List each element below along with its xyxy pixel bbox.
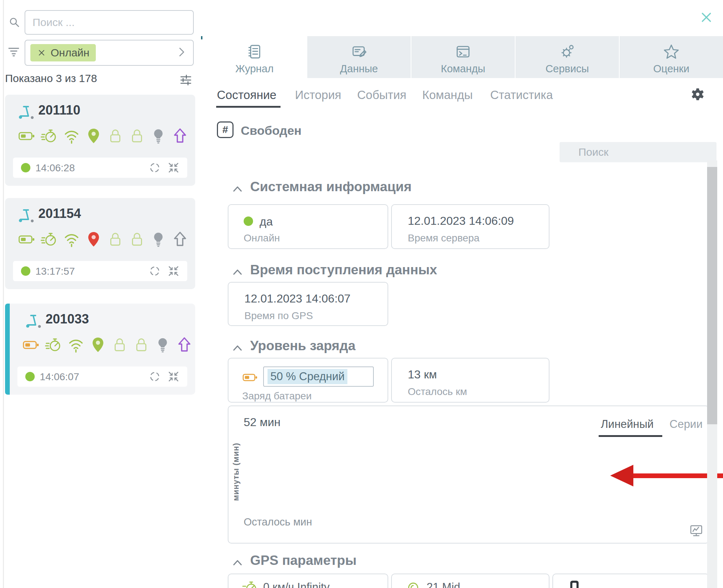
annotation-arrow bbox=[596, 460, 723, 492]
lamp-icon bbox=[150, 231, 166, 247]
tab-label: Оценки bbox=[620, 63, 723, 75]
battery-icon bbox=[22, 336, 40, 353]
chart-mode-linear[interactable]: Линейный bbox=[601, 418, 654, 431]
param-card-battery: 50 % Средний Заряд батареи bbox=[228, 358, 388, 403]
battery-value: 50 % Средний bbox=[268, 369, 347, 384]
online-dot bbox=[21, 163, 30, 172]
terminal-icon bbox=[455, 43, 471, 60]
search-input[interactable] bbox=[25, 11, 193, 34]
param-card-km-left: 13 км Осталось км bbox=[391, 358, 549, 403]
shown-counter: Показано 3 из 178 bbox=[5, 72, 97, 85]
param-card-server-time: 12.01.2023 14:06:09 Время сервера bbox=[391, 204, 549, 249]
chart-current-value: 52 мин bbox=[244, 416, 281, 429]
unit-card-201110[interactable]: 201110 14:06:28 bbox=[5, 95, 195, 186]
chart-x-label: Осталось мин bbox=[244, 516, 312, 528]
tab-data[interactable]: Данные bbox=[307, 36, 411, 78]
filter-bar[interactable]: Онлайн bbox=[25, 40, 194, 66]
collapse-icon[interactable] bbox=[167, 161, 180, 174]
collapse-section-icon[interactable] bbox=[232, 559, 243, 567]
filter-chip-online[interactable]: Онлайн bbox=[30, 44, 96, 61]
battery-value-box[interactable]: 50 % Средний bbox=[263, 366, 374, 387]
parameters-search-input[interactable] bbox=[560, 142, 716, 162]
location-pin-icon bbox=[85, 231, 102, 248]
chart-mode-series[interactable]: Серии bbox=[669, 418, 703, 431]
speed-limit-icon bbox=[40, 127, 58, 145]
collapse-section-icon[interactable] bbox=[232, 185, 243, 193]
scooter-icon bbox=[17, 205, 36, 224]
tab-label: Сервисы bbox=[515, 63, 619, 75]
device-icon bbox=[566, 579, 583, 588]
tab-ratings[interactable]: Оценки bbox=[619, 36, 723, 78]
subtab-history[interactable]: История bbox=[295, 88, 341, 102]
subtab-statistics[interactable]: Статистика bbox=[490, 88, 553, 102]
param-label: Онлайн bbox=[244, 232, 280, 244]
collapse-section-icon[interactable] bbox=[232, 268, 243, 276]
lock-icon bbox=[129, 231, 145, 248]
wifi-icon bbox=[67, 336, 85, 353]
locate-target-icon[interactable] bbox=[148, 161, 161, 174]
unit-card-201154[interactable]: 201154 13:17:57 bbox=[5, 198, 195, 289]
search-icon bbox=[8, 16, 21, 29]
sidebar-search bbox=[25, 10, 194, 35]
settings-gear-icon[interactable] bbox=[690, 87, 706, 103]
list-settings-icon[interactable] bbox=[179, 73, 192, 86]
remove-filter-icon[interactable] bbox=[37, 48, 46, 57]
collapse-icon[interactable] bbox=[167, 370, 180, 383]
tab-commands[interactable]: Команды bbox=[411, 36, 515, 78]
hash-glyph: # bbox=[222, 124, 228, 135]
unit-footer: 13:17:57 bbox=[13, 261, 187, 281]
unit-status-icons bbox=[22, 335, 193, 355]
param-card-satellites: 21 Mid bbox=[391, 574, 549, 588]
lock-icon bbox=[133, 336, 150, 353]
filter-icon bbox=[7, 44, 21, 59]
scooter-icon bbox=[25, 311, 43, 330]
chart-mode-underline bbox=[599, 435, 662, 437]
param-value: 12.01.2023 14:06:07 bbox=[244, 292, 351, 305]
param-label: Заряд батареи bbox=[242, 390, 312, 402]
star-icon bbox=[663, 43, 680, 60]
journal-icon bbox=[246, 43, 263, 60]
subtab-commands[interactable]: Команды bbox=[422, 88, 473, 102]
arrow-up-icon bbox=[171, 231, 189, 248]
unit-id: 201154 bbox=[38, 206, 81, 221]
locate-target-icon[interactable] bbox=[148, 265, 161, 278]
online-dot bbox=[21, 266, 30, 276]
collapse-section-icon[interactable] bbox=[232, 344, 243, 352]
location-pin-icon bbox=[90, 336, 106, 353]
arrow-up-icon bbox=[176, 336, 193, 353]
status-label: Свободен bbox=[241, 124, 301, 138]
unit-status-icons bbox=[18, 126, 189, 146]
battery-icon bbox=[18, 127, 35, 145]
param-value: 0 км/ч Infinity bbox=[263, 581, 330, 588]
param-card-device: .. bbox=[552, 574, 709, 588]
online-dot bbox=[25, 372, 35, 381]
unit-card-201033[interactable]: 201033 14:06:07 bbox=[5, 304, 195, 395]
window-edge bbox=[3, 0, 4, 588]
lock-icon bbox=[107, 128, 124, 144]
battery-icon bbox=[241, 369, 260, 385]
param-value: 13 км bbox=[408, 368, 437, 381]
locate-target-icon[interactable] bbox=[148, 370, 161, 383]
data-card-icon bbox=[351, 43, 367, 60]
tab-journal[interactable]: Журнал bbox=[202, 36, 307, 78]
chevron-right-icon[interactable] bbox=[175, 46, 188, 59]
location-pin-icon bbox=[85, 128, 102, 144]
filter-chip-label: Онлайн bbox=[51, 47, 89, 59]
services-icon bbox=[559, 43, 576, 60]
param-label: Время по GPS bbox=[244, 310, 313, 322]
subtab-state[interactable]: Состояние bbox=[217, 88, 277, 102]
selected-indicator bbox=[5, 304, 10, 395]
unit-id: 201110 bbox=[38, 103, 80, 118]
app-window: Онлайн Показано 3 из 178 201110 14:06 bbox=[0, 0, 723, 588]
arrow-up-icon bbox=[171, 127, 189, 145]
scrollbar-thumb[interactable] bbox=[707, 167, 717, 424]
scooter-icon bbox=[17, 102, 36, 121]
online-dot bbox=[244, 216, 253, 226]
subtab-events[interactable]: События bbox=[357, 88, 406, 102]
param-value: .. bbox=[588, 581, 594, 588]
collapse-icon[interactable] bbox=[167, 265, 180, 278]
lamp-icon bbox=[155, 337, 171, 353]
tab-services[interactable]: Сервисы bbox=[515, 36, 619, 78]
close-icon[interactable] bbox=[698, 9, 714, 25]
chart-export-icon[interactable] bbox=[689, 523, 703, 538]
